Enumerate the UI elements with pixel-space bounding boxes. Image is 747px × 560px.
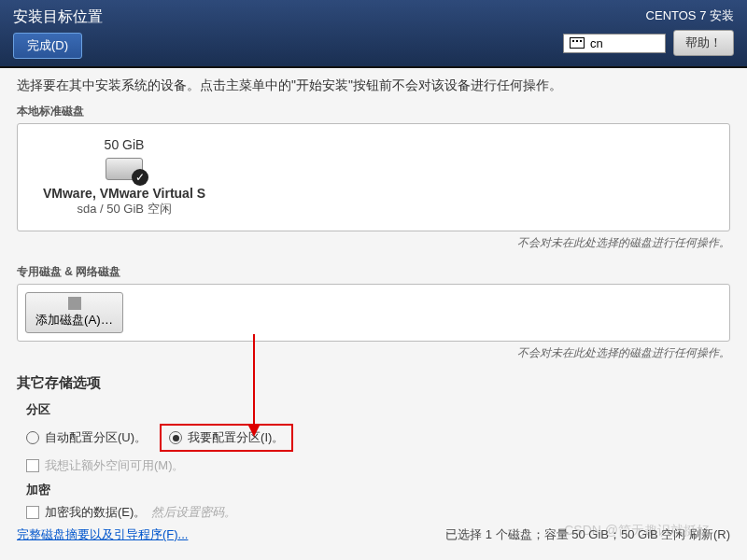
encrypt-hint: 然后设置密码。 xyxy=(151,504,236,521)
partition-label: 分区 xyxy=(26,401,730,418)
disk-summary-link[interactable]: 完整磁盘摘要以及引导程序(F)... xyxy=(17,526,188,543)
radio-icon xyxy=(26,431,39,444)
radio-manual-label: 我要配置分区(I)。 xyxy=(188,429,284,446)
disk-note: 不会对未在此处选择的磁盘进行任何操作。 xyxy=(17,235,730,251)
keyboard-layout-selector[interactable]: cn xyxy=(563,34,666,53)
encrypt-data-label: 加密我的数据(E)。 xyxy=(45,504,146,521)
done-button[interactable]: 完成(D) xyxy=(13,33,82,59)
local-disks-label: 本地标准磁盘 xyxy=(17,104,730,119)
disk-size: 50 GiB xyxy=(105,137,145,152)
encrypt-label: 加密 xyxy=(26,482,730,498)
help-button[interactable]: 帮助！ xyxy=(673,30,734,56)
install-title: CENTOS 7 安装 xyxy=(646,7,734,24)
checkbox-icon xyxy=(26,459,39,472)
disk-item[interactable]: 50 GiB ✓ VMware, VMware Virtual S sda / … xyxy=(31,137,218,217)
radio-icon xyxy=(169,431,182,444)
page-title: 安装目标位置 xyxy=(13,7,103,27)
radio-manual-partition[interactable]: 我要配置分区(I)。 xyxy=(169,429,284,446)
content: 选择要在其中安装系统的设备。点击主菜单中的"开始安装"按钮前不会对该设备进行任何… xyxy=(0,68,747,538)
instruction-text: 选择要在其中安装系统的设备。点击主菜单中的"开始安装"按钮前不会对该设备进行任何… xyxy=(17,77,730,94)
disk-add-icon xyxy=(68,297,81,310)
checkbox-extra-space: 我想让额外空间可用(M)。 xyxy=(26,457,730,474)
local-disks-panel: 50 GiB ✓ VMware, VMware Virtual S sda / … xyxy=(17,123,730,231)
header: 安装目标位置 完成(D) CENTOS 7 安装 cn 帮助！ xyxy=(0,0,747,68)
keyboard-icon xyxy=(570,37,585,49)
footer-status: 已选择 1 个磁盘；容量 50 GiB；50 GiB 空闲 刷新(R) xyxy=(445,526,730,543)
disk-name: VMware, VMware Virtual S xyxy=(43,186,205,201)
extra-space-label: 我想让额外空间可用(M)。 xyxy=(45,457,185,474)
add-disk-button[interactable]: 添加磁盘(A)… xyxy=(25,292,123,333)
add-disk-label: 添加磁盘(A)… xyxy=(35,312,113,329)
radio-auto-partition[interactable]: 自动配置分区(U)。 xyxy=(26,429,147,446)
disk-note-2: 不会对未在此处选择的磁盘进行任何操作。 xyxy=(17,345,730,361)
check-icon: ✓ xyxy=(132,169,148,186)
highlight-annotation: 我要配置分区(I)。 xyxy=(160,424,293,452)
special-disks-panel: 添加磁盘(A)… xyxy=(17,284,730,342)
storage-options-title: 其它存储选项 xyxy=(17,374,730,392)
radio-auto-label: 自动配置分区(U)。 xyxy=(45,429,147,446)
keyboard-layout-label: cn xyxy=(590,36,603,50)
special-disks-label: 专用磁盘 & 网络磁盘 xyxy=(17,264,730,280)
disk-info: sda / 50 GiB 空闲 xyxy=(77,201,171,217)
checkbox-encrypt[interactable] xyxy=(26,506,39,519)
